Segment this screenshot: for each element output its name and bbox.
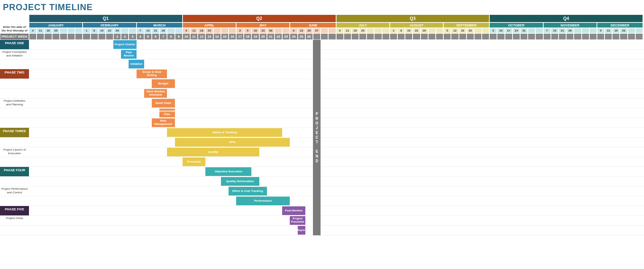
day-header: [328, 28, 336, 33]
week-number: [321, 33, 328, 40]
day-header: [482, 28, 489, 33]
month-header: JUNE: [290, 22, 336, 28]
day-header: 20: [305, 28, 313, 33]
week-number: [336, 33, 344, 40]
week-number: [328, 33, 336, 40]
day-header: [582, 28, 589, 33]
gantt-bar[interactable]: Performance: [236, 197, 290, 205]
gantt-bar[interactable]: Initiation: [129, 60, 144, 68]
month-header: MAY: [236, 22, 290, 28]
week-number: [451, 33, 459, 40]
gantt-bar[interactable]: KPIs: [175, 138, 290, 147]
month-header: OCTOBER: [489, 22, 543, 28]
week-number: [413, 33, 420, 40]
day-header: 14: [551, 28, 559, 33]
gantt-bar[interactable]: Effort & Cost Tracking: [229, 187, 267, 196]
day-header: [574, 28, 581, 33]
week-number: [566, 33, 574, 40]
day-header: 11: [190, 28, 198, 33]
day-header: 5: [443, 28, 451, 33]
day-header: 5: [597, 28, 605, 33]
week-number: [106, 33, 113, 40]
week-number: 5: [144, 33, 152, 40]
gantt-bar[interactable]: Objective Execution: [205, 167, 251, 176]
month-header: MARCH: [137, 22, 183, 28]
gantt-bar[interactable]: Status & Tracking: [167, 128, 282, 137]
week-number: [520, 33, 528, 40]
gantt-bar[interactable]: Project Punchlist: [290, 216, 305, 225]
week-number: [474, 33, 482, 40]
week-number: 23: [282, 33, 290, 40]
phase-header: PHASE THREE: [0, 128, 29, 137]
day-header: 25: [205, 28, 213, 33]
day-header: 14: [144, 28, 152, 33]
week-number: [551, 33, 559, 40]
week-number: 7: [159, 33, 167, 40]
gantt-bar[interactable]: Project Charter: [113, 40, 137, 49]
week-number: 16: [229, 33, 236, 40]
day-header: 13: [298, 28, 305, 33]
day-header: 15: [405, 28, 413, 33]
week-number: 8: [167, 33, 175, 40]
week-number: [528, 33, 535, 40]
day-header: 18: [198, 28, 205, 33]
week-number: [513, 33, 520, 40]
day-header: 7: [137, 28, 144, 33]
gantt-bar[interactable]: Report: [298, 226, 305, 235]
day-header: 10: [497, 28, 505, 33]
phase-header: PHASE FIVE: [0, 206, 29, 215]
gantt-bar[interactable]: Work Brkdwn Schedule: [144, 89, 167, 98]
phase-subtitle: Project Close: [0, 216, 29, 225]
week-number: 21: [267, 33, 275, 40]
week-number: [436, 33, 443, 40]
day-header: 11: [344, 28, 351, 33]
day-header: [121, 28, 129, 33]
day-header: [221, 28, 229, 33]
week-number: [605, 33, 612, 40]
gantt-bar[interactable]: Gantt Chart: [152, 99, 175, 108]
week-number: 12: [198, 33, 205, 40]
gantt-bar[interactable]: Quality: [167, 148, 259, 156]
week-number: [52, 33, 60, 40]
week-number: [482, 33, 489, 40]
quarter-header: Q4: [489, 14, 643, 22]
week-number: 2: [121, 33, 129, 40]
gantt-bar[interactable]: Scope & Goal Setting: [137, 70, 167, 78]
day-header: 12: [605, 28, 612, 33]
gantt-bar[interactable]: Post Mortem: [282, 206, 305, 215]
day-header: [535, 28, 543, 33]
day-header: 15: [98, 28, 106, 33]
week-number: 18: [244, 33, 251, 40]
week-number: [351, 33, 359, 40]
gantt-bar[interactable]: Budget: [152, 79, 175, 88]
month-header: FEBRUARY: [83, 22, 136, 28]
month-header: DECEMBER: [597, 22, 643, 28]
day-header: [374, 28, 382, 33]
day-header: [367, 28, 374, 33]
month-header: SEPTEMBER: [443, 22, 489, 28]
page-title: PROJECT TIMELINE: [0, 0, 644, 14]
day-header: 6: [290, 28, 297, 33]
day-header: 29: [113, 28, 121, 33]
phase-header: PHASE ONE: [0, 40, 29, 49]
gantt-bar[interactable]: Quality Deliverables: [221, 177, 259, 186]
month-header: JULY: [336, 22, 390, 28]
week-number: [443, 33, 451, 40]
week-number: 22: [275, 33, 282, 40]
day-header: 19: [612, 28, 620, 33]
week-number: [390, 33, 397, 40]
gantt-bar[interactable]: Risk Management: [152, 118, 175, 127]
week-number: [98, 33, 106, 40]
day-header: 11: [37, 28, 44, 33]
month-header: JANUARY: [29, 22, 83, 28]
day-header: 19: [459, 28, 467, 33]
gantt-bar[interactable]: Communication Plan: [159, 109, 175, 117]
day-header: 12: [451, 28, 459, 33]
gantt-bar[interactable]: Plan Review: [121, 50, 136, 59]
week-number: 4: [137, 33, 144, 40]
week-number: [382, 33, 390, 40]
phase-header: PHASE FOUR: [0, 167, 29, 176]
day-header: 26: [620, 28, 627, 33]
week-number: [628, 33, 635, 40]
gantt-bar[interactable]: Forecasts: [183, 157, 206, 166]
